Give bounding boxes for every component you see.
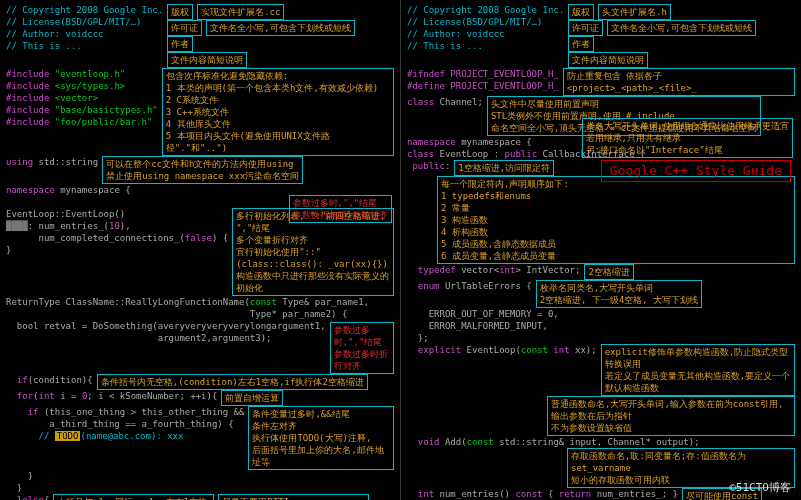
cc-file-pane: // Copyright 2008 Google Inc. // License… bbox=[0, 0, 400, 500]
todo-badge: TODO bbox=[55, 431, 81, 441]
h-file-pane: // Copyright 2008 Google Inc. // License… bbox=[400, 0, 801, 500]
copyright: // Copyright 2008 Google Inc. bbox=[6, 4, 163, 16]
include-order-note: 包含次序标准化避免隐藏依赖: 1 本类的声明(第一个包含本类h文件,有效减少依赖… bbox=[162, 68, 394, 156]
watermark: ©51CTO博客 bbox=[729, 482, 791, 494]
title-box: Google C++ Style Guide bbox=[601, 160, 791, 182]
